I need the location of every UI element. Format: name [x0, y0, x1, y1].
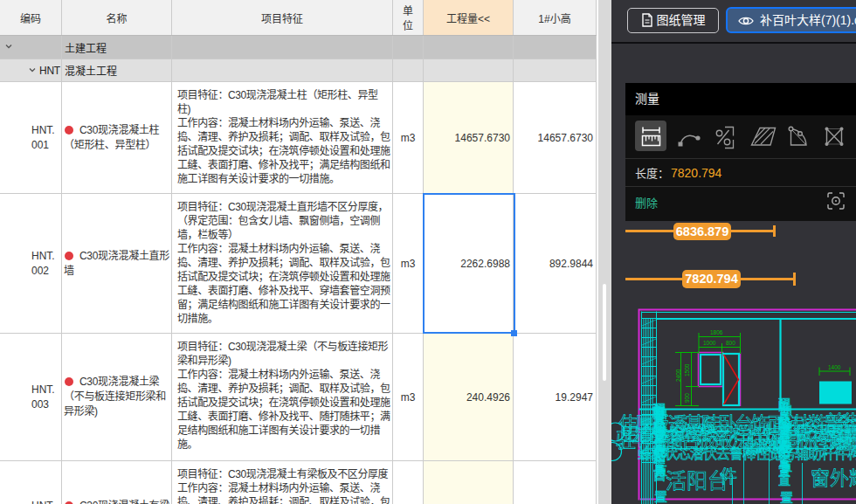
svg-text:置: 置: [780, 487, 793, 504]
svg-text:1400: 1400: [828, 364, 841, 370]
svg-text:直: 直: [655, 461, 667, 479]
svg-text:6: 6: [701, 406, 715, 441]
svg-text:1806: 1806: [710, 329, 723, 335]
svg-text:1000: 1000: [703, 340, 716, 346]
svg-text:2400: 2400: [675, 369, 681, 382]
svg-text:匿: 匿: [655, 423, 667, 440]
svg-text:件: 件: [720, 463, 737, 488]
svg-text:器: 器: [780, 438, 792, 455]
svg-text:曲: 曲: [780, 399, 792, 417]
svg-text:匿: 匿: [780, 418, 792, 436]
svg-text:曲: 曲: [655, 404, 667, 421]
svg-text:800: 800: [726, 340, 735, 346]
svg-text:窗外辉: 窗外辉: [811, 462, 856, 490]
svg-text:1500: 1500: [684, 363, 690, 376]
svg-text:器: 器: [655, 442, 667, 459]
svg-text:态唯叫: 态唯叫: [832, 430, 856, 452]
svg-text:900: 900: [684, 393, 690, 403]
svg-text:直: 直: [780, 457, 792, 474]
svg-text:置: 置: [654, 487, 667, 504]
